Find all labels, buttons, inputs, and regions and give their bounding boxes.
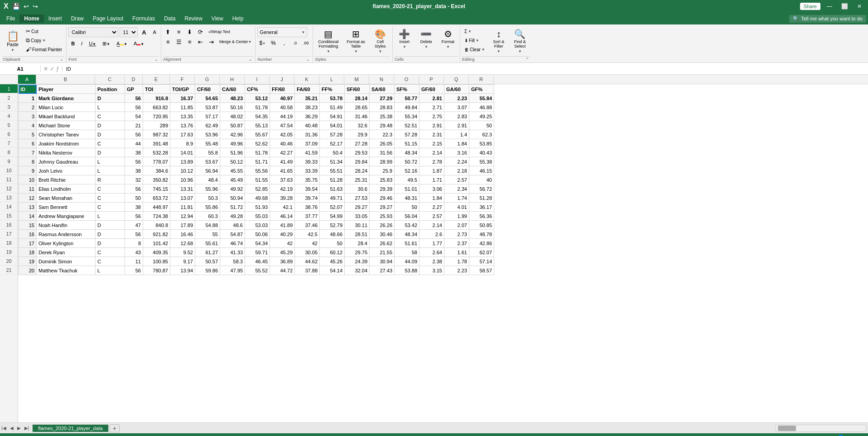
cell-r20-c7[interactable]: 58.3 <box>220 257 245 266</box>
menu-draw[interactable]: Draw <box>67 15 88 23</box>
cell-r8-c13[interactable]: 31.56 <box>370 148 395 157</box>
cell-r19-c9[interactable]: 45.29 <box>270 248 295 257</box>
cell-r3-c14[interactable]: 49.84 <box>395 103 420 112</box>
cell-r18-c11[interactable]: 50 <box>320 239 345 248</box>
cell-r15-c6[interactable]: 60.3 <box>195 212 220 221</box>
header-cell-gp[interactable]: GP <box>125 85 143 94</box>
cell-r2-c0[interactable]: 1 <box>19 94 37 103</box>
cell-r17-c8[interactable]: 50.06 <box>245 230 270 239</box>
cell-r11-c5[interactable]: 10.96 <box>170 175 195 184</box>
cell-r9-c9[interactable]: 41.49 <box>270 157 295 166</box>
cell-r5-c12[interactable]: 32.6 <box>345 121 370 130</box>
cell-r18-c1[interactable]: Oliver Kylington <box>37 239 96 248</box>
cell-r2-c3[interactable]: 56 <box>125 94 143 103</box>
window-restore-button[interactable]: ⬜ <box>839 3 851 10</box>
cell-r18-c10[interactable]: 42 <box>295 239 320 248</box>
cell-r18-c14[interactable]: 51.61 <box>395 239 420 248</box>
header-cell-position[interactable]: Position <box>96 85 125 94</box>
cell-r2-c10[interactable]: 35.21 <box>295 94 320 103</box>
column-header-F[interactable]: F <box>170 75 195 84</box>
cell-r21-c3[interactable]: 56 <box>125 266 143 275</box>
cell-r11-c9[interactable]: 37.63 <box>270 175 295 184</box>
cell-r9-c2[interactable]: L <box>96 157 125 166</box>
cell-r4-c5[interactable]: 13.35 <box>170 112 195 121</box>
cell-r17-c10[interactable]: 42.5 <box>295 230 320 239</box>
quick-access-redo[interactable]: ↪ <box>33 3 38 10</box>
row-number-1[interactable]: 1 <box>0 84 18 93</box>
decrease-indent-button[interactable]: ⇤ <box>196 37 206 46</box>
cell-styles-button[interactable]: 🎨 CellStyles ▼ <box>370 27 391 56</box>
cell-r8-c0[interactable]: 7 <box>19 148 37 157</box>
paste-button[interactable]: 📋 Paste ▼ <box>3 27 23 56</box>
cell-r4-c8[interactable]: 54.35 <box>245 112 270 121</box>
cell-r10-c13[interactable]: 25.9 <box>370 166 395 175</box>
cell-r9-c1[interactable]: Johnny Gaudreau <box>37 157 96 166</box>
cell-r10-c1[interactable]: Josh Leivo <box>37 166 96 175</box>
cell-r19-c4[interactable]: 409.35 <box>143 248 170 257</box>
cell-r20-c15[interactable]: 2.38 <box>420 257 444 266</box>
insert-cells-button[interactable]: ➕ Insert ▼ <box>395 27 415 51</box>
cell-r11-c15[interactable]: 1.71 <box>420 175 444 184</box>
cell-r9-c12[interactable]: 29.84 <box>345 157 370 166</box>
cell-r8-c14[interactable]: 48.34 <box>395 148 420 157</box>
cell-r16-c2[interactable]: D <box>96 221 125 230</box>
fill-button[interactable]: ⬇ Fill▼ <box>462 36 487 44</box>
header-cell-sf-60[interactable]: SF/60 <box>345 85 370 94</box>
cell-r15-c0[interactable]: 14 <box>19 212 37 221</box>
scroll-prev-sheet-button[interactable]: ◀ <box>9 425 15 431</box>
cell-r12-c5[interactable]: 13.31 <box>170 184 195 194</box>
cell-r7-c16[interactable]: 1.84 <box>444 139 469 148</box>
cell-r12-c2[interactable]: C <box>96 184 125 194</box>
cell-r20-c3[interactable]: 11 <box>125 257 143 266</box>
cell-r7-c4[interactable]: 391.48 <box>143 139 170 148</box>
align-right-button[interactable]: ≡ <box>185 37 195 46</box>
cell-r4-c6[interactable]: 57.17 <box>195 112 220 121</box>
cell-r18-c3[interactable]: 8 <box>125 239 143 248</box>
cell-r16-c17[interactable]: 50.85 <box>469 221 494 230</box>
formula-input[interactable]: ID <box>63 65 868 73</box>
cell-r13-c15[interactable]: 1.84 <box>420 194 444 203</box>
menu-insert[interactable]: Insert <box>44 15 67 23</box>
cell-r19-c5[interactable]: 9.52 <box>170 248 195 257</box>
cell-r14-c17[interactable]: 36.17 <box>469 203 494 212</box>
cell-r13-c3[interactable]: 50 <box>125 194 143 203</box>
cell-r17-c13[interactable]: 30.46 <box>370 230 395 239</box>
cell-r9-c16[interactable]: 2.24 <box>444 157 469 166</box>
header-cell-sf-[interactable]: SF% <box>395 85 420 94</box>
cell-r5-c14[interactable]: 52.51 <box>395 121 420 130</box>
cell-r16-c10[interactable]: 37.46 <box>295 221 320 230</box>
cell-r10-c8[interactable]: 55.56 <box>245 166 270 175</box>
window-close-button[interactable]: ✕ <box>854 3 864 10</box>
cell-r20-c8[interactable]: 46.45 <box>245 257 270 266</box>
cell-r4-c11[interactable]: 54.91 <box>320 112 345 121</box>
cell-r21-c1[interactable]: Matthew Tkachuk <box>37 266 96 275</box>
cell-r4-c15[interactable]: 2.75 <box>420 112 444 121</box>
cell-r6-c7[interactable]: 42.96 <box>220 130 245 139</box>
header-cell-toi[interactable]: TOI <box>143 85 170 94</box>
cell-r7-c2[interactable]: C <box>96 139 125 148</box>
cell-r17-c9[interactable]: 40.29 <box>270 230 295 239</box>
wrap-text-button[interactable]: ⏎ Wrap Text <box>207 27 232 36</box>
cell-r3-c3[interactable]: 56 <box>125 103 143 112</box>
cell-r8-c16[interactable]: 3.16 <box>444 148 469 157</box>
cell-r8-c11[interactable]: 50.4 <box>320 148 345 157</box>
decrease-font-size-button[interactable]: A <box>150 27 159 37</box>
row-number-20[interactable]: 20 <box>0 257 18 266</box>
cell-r10-c14[interactable]: 52.16 <box>395 166 420 175</box>
header-cell-ff-60[interactable]: FF/60 <box>270 85 295 94</box>
cell-r21-c4[interactable]: 780.87 <box>143 266 170 275</box>
cell-r12-c15[interactable]: 3.06 <box>420 184 444 194</box>
cell-r20-c13[interactable]: 30.94 <box>370 257 395 266</box>
cell-r18-c16[interactable]: 2.37 <box>444 239 469 248</box>
orientation-button[interactable]: ⟳ <box>196 27 206 36</box>
column-header-I[interactable]: I <box>245 75 270 84</box>
window-minimize-button[interactable]: — <box>824 3 835 10</box>
cell-r6-c1[interactable]: Christopher Tanev <box>37 130 96 139</box>
row-number-11[interactable]: 11 <box>0 175 18 184</box>
cell-r20-c9[interactable]: 36.89 <box>270 257 295 266</box>
cell-r13-c6[interactable]: 50.3 <box>195 194 220 203</box>
cell-r12-c7[interactable]: 49.92 <box>220 184 245 194</box>
cell-r17-c2[interactable]: D <box>96 230 125 239</box>
cell-r20-c4[interactable]: 100.85 <box>143 257 170 266</box>
row-number-19[interactable]: 19 <box>0 247 18 257</box>
